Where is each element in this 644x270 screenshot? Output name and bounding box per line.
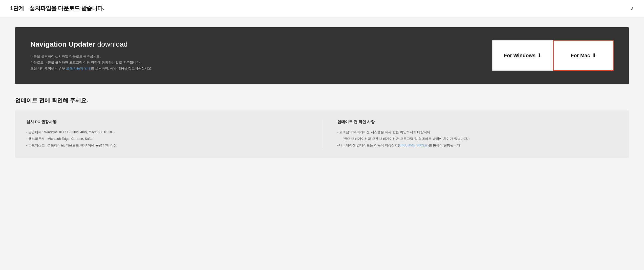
page-title: 1단계 설치파일을 다운로드 받습니다. (10, 5, 104, 12)
info-box: 설치 PC 권장사양 - 운영체제 : Windows 10 / 11 (32b… (15, 110, 629, 158)
banner-desc-line3-post: 를 클릭하여, 해당 내용을 참고해주십시오. (91, 66, 152, 70)
checklist-item-3: - 내비게이션 업데이트는 이동식 저장장치(USB, DVD, SD카드)를 … (337, 142, 618, 149)
update-checklist-title: 업데이트 전 확인 사항 (337, 120, 618, 124)
download-mac-icon: ⬇ (592, 53, 596, 58)
banner-desc-line3-pre: 모젠 내비게이션의 경우 (30, 66, 66, 70)
pc-requirements-column: 설치 PC 권장사양 - 운영체제 : Windows 10 / 11 (32b… (26, 120, 307, 149)
download-windows-label: For Windows (504, 53, 535, 59)
section-title: 업데이트 전에 확인해 주세요. (15, 97, 629, 104)
download-mac-label: For Mac (571, 53, 590, 59)
update-checklist-column: 업데이트 전 확인 사항 - 고객님의 내비게이션 시스템을 다시 한번 확인하… (337, 120, 618, 149)
pc-req-item-3: - 하드디스크 : C 드라이브, 다운로드 HDD 여유 용량 1GB 이상 (26, 142, 307, 149)
download-buttons: For Windows ⬇ For Mac ⬇ (492, 40, 614, 71)
download-windows-button[interactable]: For Windows ⬇ (492, 40, 553, 71)
banner-desc-line1: 버튼을 클릭하여 설치파일 다운로드 해주십시오. (30, 54, 101, 58)
download-banner: Navigation Updater download 버튼을 클릭하여 설치파… (15, 27, 629, 84)
collapse-icon[interactable]: ∧ (631, 6, 634, 11)
main-content: Navigation Updater download 버튼을 클릭하여 설치파… (0, 17, 644, 168)
banner-desc-line2: 다운로드 버튼을 클릭하면 프로그램 이용 약관에 동의하는 걸로 간주됩니다. (30, 61, 141, 64)
pc-req-item-2: - 웹브라우저 : Microsoft Edge, Chrome, Safari (26, 136, 307, 142)
pc-req-item-1: - 운영체제 : Windows 10 / 11 (32bit/64bit), … (26, 129, 307, 136)
banner-desc-link[interactable]: 모젠 사용자 안내 (66, 66, 91, 70)
banner-title: Navigation Updater download (30, 40, 477, 49)
info-divider (322, 120, 322, 149)
banner-desc: 버튼을 클릭하여 설치파일 다운로드 해주십시오. 다운로드 버튼을 클릭하면 … (30, 53, 477, 71)
storage-link[interactable]: USB, DVD, SD카드 (399, 143, 428, 147)
checklist-item-1: - 고객님의 내비게이션 시스템을 다시 한번 확인하시기 바랍니다 (337, 129, 618, 136)
banner-title-bold: Navigation Updater (30, 40, 95, 48)
download-mac-button[interactable]: For Mac ⬇ (553, 40, 614, 71)
checklist-item-2: （현대 내비게이션과 모젠 내비게이션은 프로그램 및 업데이트 방법에 차이가… (337, 136, 618, 142)
page-header: 1단계 설치파일을 다운로드 받습니다. ∧ (0, 0, 644, 17)
banner-title-regular: download (95, 40, 128, 48)
pc-requirements-title: 설치 PC 권장사양 (26, 120, 307, 124)
banner-text: Navigation Updater download 버튼을 클릭하여 설치파… (30, 40, 477, 71)
download-windows-icon: ⬇ (538, 53, 541, 58)
